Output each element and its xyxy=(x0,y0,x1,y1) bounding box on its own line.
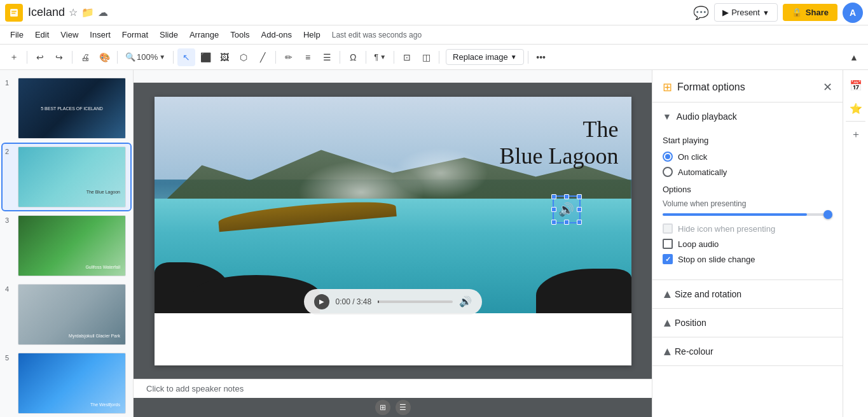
handle-bottom-right[interactable] xyxy=(577,220,582,225)
menu-view[interactable]: View xyxy=(55,27,83,42)
crop-button[interactable]: ⊡ xyxy=(398,48,416,66)
toolbar-separator xyxy=(439,51,439,64)
audio-icon-selected[interactable]: 🔊 xyxy=(553,195,581,223)
hide-icon-option[interactable]: Hide icon when presenting xyxy=(663,223,832,234)
recolour-header[interactable]: ▶ Re-colour xyxy=(652,337,843,365)
print-button[interactable]: 🖨 xyxy=(76,48,94,66)
on-click-radio[interactable] xyxy=(663,152,673,162)
audio-progress-fill xyxy=(378,300,379,303)
format-panel-close-button[interactable]: ✕ xyxy=(823,80,832,94)
audio-timestamp: 0:00 / 3:48 xyxy=(336,297,372,306)
slide-title-the: The xyxy=(500,116,619,143)
handle-top-right[interactable] xyxy=(577,194,582,199)
slides-list-button[interactable]: ☰ xyxy=(396,400,411,415)
mask-button[interactable]: ◫ xyxy=(417,48,435,66)
avatar[interactable]: A xyxy=(843,3,863,23)
volume-slider-thumb[interactable] xyxy=(823,210,832,219)
select-tool[interactable]: ↖ xyxy=(177,48,195,66)
main-area: 1 5 BEST PLACES OF ICELAND 2 The Blue La… xyxy=(0,70,868,417)
audio-section-chevron: ▼ xyxy=(663,111,672,122)
audio-play-button[interactable]: ▶ xyxy=(314,294,329,309)
menu-format[interactable]: Format xyxy=(117,27,153,42)
undo-button[interactable]: ↩ xyxy=(31,48,49,66)
star-icon[interactable]: ☆ xyxy=(69,6,78,18)
collapse-panel-button[interactable]: ▲ xyxy=(845,48,863,66)
cloud-icon[interactable]: ☁ xyxy=(98,6,108,18)
handle-top-left[interactable] xyxy=(551,194,556,199)
calendar-icon[interactable]: 📅 xyxy=(846,75,866,95)
menu-file[interactable]: File xyxy=(5,27,29,42)
audio-player[interactable]: ▶ 0:00 / 3:48 🔊 xyxy=(304,289,482,315)
menu-edit[interactable]: Edit xyxy=(30,27,54,42)
menu-slide[interactable]: Slide xyxy=(155,27,183,42)
toolbar-separator xyxy=(275,51,276,64)
text-box-tool[interactable]: ⬛ xyxy=(196,48,214,66)
zoom-dropdown[interactable]: 🔍 100% ▼ xyxy=(121,48,169,66)
slide-item-3[interactable]: 3 Gullfoss Waterfall xyxy=(3,213,130,279)
redo-button[interactable]: ↪ xyxy=(50,48,68,66)
menu-addons[interactable]: Add-ons xyxy=(256,27,297,42)
hide-icon-checkbox[interactable] xyxy=(663,223,673,234)
slide-thumb-5: The Westfjords xyxy=(18,353,126,414)
on-click-option[interactable]: On click xyxy=(663,152,832,162)
slide-number-4: 4 xyxy=(5,284,14,293)
more-options-button[interactable]: ••• xyxy=(532,48,550,66)
title-icons: ☆ 📁 ☁ xyxy=(69,6,108,18)
image-tool[interactable]: 🖼 xyxy=(216,48,233,66)
audio-progress-track[interactable] xyxy=(378,300,452,303)
slide-item-2[interactable]: 2 The Blue Lagoon xyxy=(3,144,130,210)
slides-grid-button[interactable]: ⊞ xyxy=(375,400,390,415)
document-title[interactable]: Iceland xyxy=(28,6,65,19)
format-panel-header: ⊞ Format options ✕ xyxy=(652,70,843,102)
audio-volume-icon[interactable]: 🔊 xyxy=(459,295,472,307)
handle-bottom-left[interactable] xyxy=(551,220,556,225)
position-header[interactable]: ▶ Position xyxy=(652,309,843,337)
align-left-button[interactable]: ≡ xyxy=(299,48,317,66)
slide-canvas[interactable]: The Blue Lagoon ▶ 0:00 / 3:48 🔊 xyxy=(155,97,631,365)
menu-help[interactable]: Help xyxy=(298,27,326,42)
align-center-button[interactable]: ☰ xyxy=(318,48,336,66)
comments-icon[interactable]: 💬 xyxy=(693,5,709,20)
add-icon[interactable]: ＋ xyxy=(846,124,866,145)
loop-audio-checkbox[interactable] xyxy=(663,239,673,249)
volume-slider-track[interactable] xyxy=(663,213,832,216)
present-button[interactable]: ▶ Present ▼ xyxy=(714,3,778,22)
size-rotation-header[interactable]: ▶ Size and rotation xyxy=(652,280,843,308)
stop-on-change-checkbox[interactable] xyxy=(663,254,673,264)
paragraph-icon: ¶ xyxy=(374,52,378,62)
handle-middle-left[interactable] xyxy=(551,207,556,212)
audio-icon-box[interactable]: 🔊 xyxy=(553,195,581,223)
options-label: Options xyxy=(663,185,832,194)
zoom-chevron: ▼ xyxy=(159,53,165,60)
handle-middle-right[interactable] xyxy=(577,207,582,212)
line-tool[interactable]: ╱ xyxy=(254,48,272,66)
share-button[interactable]: 🔒 Share xyxy=(783,4,837,21)
menu-arrange[interactable]: Arrange xyxy=(184,27,224,42)
shape-tool[interactable]: ⬡ xyxy=(235,48,252,66)
menu-tools[interactable]: Tools xyxy=(225,27,254,42)
replace-image-button[interactable]: Replace image ▼ xyxy=(446,49,524,65)
insert-special-button[interactable]: Ω xyxy=(344,48,362,66)
position-chevron: ▶ xyxy=(661,320,672,327)
loop-audio-option[interactable]: Loop audio xyxy=(663,239,832,249)
audio-playback-header[interactable]: ▼ Audio playback xyxy=(652,102,843,131)
speaker-notes-bar[interactable]: Click to add speaker notes xyxy=(134,379,652,398)
paragraph-dropdown[interactable]: ¶ ▼ xyxy=(370,48,390,66)
slide-item-5[interactable]: 5 The Westfjords xyxy=(3,350,130,416)
slide-item-4[interactable]: 4 Myrdalsjokull Glacier Park xyxy=(3,281,130,348)
automatically-option[interactable]: Automatically xyxy=(663,167,832,177)
menu-insert[interactable]: Insert xyxy=(85,27,116,42)
stop-on-change-option[interactable]: Stop on slide change xyxy=(663,254,832,264)
notes-placeholder: Click to add speaker notes xyxy=(146,384,244,393)
toolbar-add-button[interactable]: ＋ xyxy=(5,48,23,66)
handle-bottom-middle[interactable] xyxy=(564,220,569,225)
paint-format-button[interactable]: 🎨 xyxy=(95,48,113,66)
pen-tool[interactable]: ✏ xyxy=(280,48,298,66)
start-playing-label: Start playing xyxy=(663,136,832,145)
size-rotation-label: Size and rotation xyxy=(675,289,741,299)
star-active-icon[interactable]: ⭐ xyxy=(846,98,866,118)
handle-top-middle[interactable] xyxy=(564,194,569,199)
folder-icon[interactable]: 📁 xyxy=(81,6,94,18)
slide-item-1[interactable]: 1 5 BEST PLACES OF ICELAND xyxy=(3,75,130,141)
automatically-radio[interactable] xyxy=(663,167,673,177)
